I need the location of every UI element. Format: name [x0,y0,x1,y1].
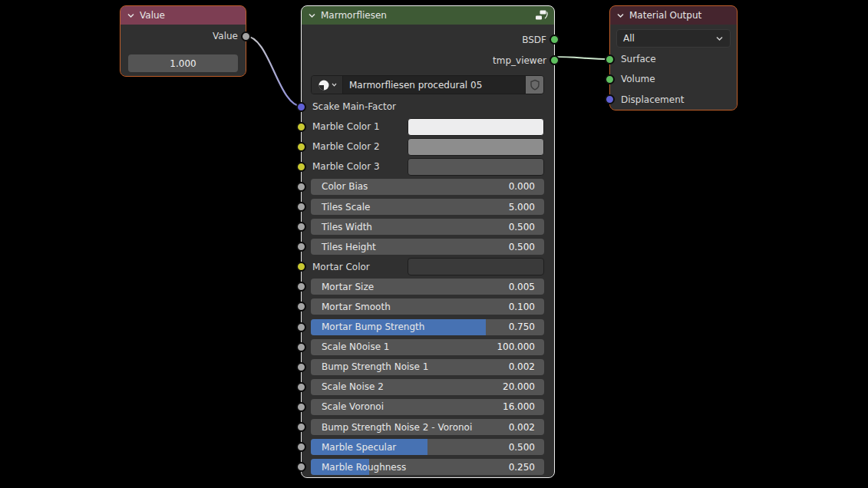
number-slider[interactable]: Color Bias 0.000 [311,179,544,195]
slider-value: 0.100 [509,302,535,312]
color-swatch[interactable] [408,158,544,176]
value-node[interactable]: Value Value 1.000 [120,6,246,76]
chevron-down-icon [332,82,337,87]
wire-group-to-output [554,57,610,59]
node-tree-icon [318,79,330,91]
number-slider[interactable]: Tiles Width 0.500 [311,219,544,235]
group-node-header[interactable]: Marmorfliesen [302,6,554,25]
slider-label: Scale N0oise 1 [322,341,497,352]
color-swatch[interactable] [408,138,544,156]
slider-value: 5.000 [509,202,535,213]
value-number-field[interactable]: 1.000 [128,54,238,72]
number-slider[interactable]: Bump Strength Noise 2 - Voronoi 0.002 [311,419,544,435]
slider-label: Scale Noise 2 [322,381,503,392]
number-slider[interactable]: Tiles Scale 5.000 [311,199,544,215]
input-socket[interactable] [296,302,306,312]
output-label: tmp_viewer [493,55,546,66]
input-label: Scake Main-Factor [312,101,396,112]
number-slider[interactable]: Marble Roughness 0.250 [311,459,544,475]
slider-label: Marble Roughness [322,462,509,473]
input-row-bump-strength-noise-2-voronoi: Bump Strength Noise 2 - Voronoi 0.002 [302,417,554,437]
number-slider[interactable]: Scale Noise 2 20.000 [311,379,544,395]
value-output-socket[interactable] [241,31,251,41]
number-slider[interactable]: Mortar Bump Strength 0.750 [311,319,544,335]
value-number: 1.000 [170,58,196,69]
input-socket[interactable] [296,462,306,472]
input-label: Marble Color 1 [312,121,380,132]
input-socket[interactable] [296,142,306,152]
input-row-bump-strength-noise-1: Bump Strength Noise 1 0.002 [302,357,554,377]
input-label: Marble Color 3 [312,161,380,172]
node-editor-canvas[interactable]: { "canvas": {"bg": "#000000"}, "colors":… [0,0,868,488]
slider-value: 100.000 [497,341,535,352]
input-socket[interactable] [296,162,306,172]
chevron-down-icon[interactable] [616,12,625,19]
input-socket[interactable] [296,222,306,232]
input-socket[interactable] [296,262,306,272]
number-slider[interactable]: Mortar Smooth 0.100 [311,298,544,315]
bsdf-output-socket[interactable] [550,35,559,45]
input-label: Displacement [621,94,685,105]
input-socket[interactable] [296,362,306,372]
slider-value: 16.000 [503,401,535,412]
node-tree-name-field[interactable]: Marmorfliesen procedural 05 [343,76,525,94]
input-socket[interactable] [296,422,306,432]
output-node-header[interactable]: Material Output [610,6,737,25]
number-slider[interactable]: Mortar Size 0.005 [311,279,544,295]
output-target-dropdown[interactable]: All [616,29,731,48]
slider-label: Tiles Scale [322,202,509,213]
chevron-down-icon[interactable] [308,12,316,19]
input-socket[interactable] [296,182,306,192]
input-label: Volume [621,74,655,84]
input-socket[interactable] [296,282,306,292]
input-socket[interactable] [296,382,306,392]
shield-icon [530,79,540,91]
input-socket[interactable] [296,102,306,112]
surface-input-socket[interactable] [605,54,615,64]
number-slider[interactable]: Tiles Height 0.500 [311,239,544,255]
input-socket[interactable] [296,122,306,132]
input-row-surface: Surface [610,49,737,69]
fake-user-toggle[interactable] [525,76,543,94]
input-row-scale-noise-1: Scale N0oise 1 100.000 [302,337,554,357]
number-slider[interactable]: Scale Voronoi 16.000 [311,399,544,415]
slider-value: 0.750 [509,321,535,332]
number-slider[interactable]: Marble Specular 0.500 [311,439,544,455]
input-row-mortar-size: Mortar Size 0.005 [302,277,554,297]
group-input-rows: Scake Main-Factor Marble Color 1 Marble … [302,97,554,477]
number-slider[interactable]: Scale N0oise 1 100.000 [311,339,544,355]
displacement-input-socket[interactable] [605,94,615,104]
output-label: Value [213,31,238,41]
material-output-node[interactable]: Material Output All Surface Volume Displ… [610,6,737,110]
slider-value: 0.250 [509,462,535,473]
tmp-viewer-output-socket[interactable] [550,55,559,65]
slider-label: Bump Strength Noise 2 - Voronoi [322,422,509,433]
number-slider[interactable]: Bump Strength Noise 1 0.002 [311,359,544,375]
input-row-marble-color-2: Marble Color 2 [302,137,554,157]
color-swatch[interactable] [408,118,544,136]
slider-value: 0.500 [509,442,535,453]
input-label: Surface [621,54,656,64]
slider-value: 0.000 [509,181,535,192]
color-swatch[interactable] [408,258,544,275]
input-row-tiles-width: Tiles Width 0.500 [302,217,554,237]
node-group-marmorfliesen[interactable]: Marmorfliesen BSDF tmp_viewer [302,6,554,477]
input-row-marble-color-1: Marble Color 1 [302,117,554,137]
slider-label: Scale Voronoi [322,401,503,412]
input-socket[interactable] [296,322,306,332]
input-row-displacement: Displacement [610,90,737,110]
input-socket[interactable] [296,242,306,252]
browse-node-tree-button[interactable] [312,76,343,94]
chevron-down-icon[interactable] [127,12,135,19]
slider-label: Bump Strength Noise 1 [322,361,509,372]
wire-value-to-group [246,36,302,107]
volume-input-socket[interactable] [605,74,615,84]
input-row-mortar-color: Mortar Color [302,257,554,277]
input-socket[interactable] [296,202,306,212]
slider-label: Tiles Height [322,242,509,252]
value-node-header[interactable]: Value [120,6,246,25]
slider-label: Mortar Smooth [322,302,509,312]
input-socket[interactable] [296,342,306,352]
input-socket[interactable] [296,442,306,452]
input-socket[interactable] [296,402,306,412]
